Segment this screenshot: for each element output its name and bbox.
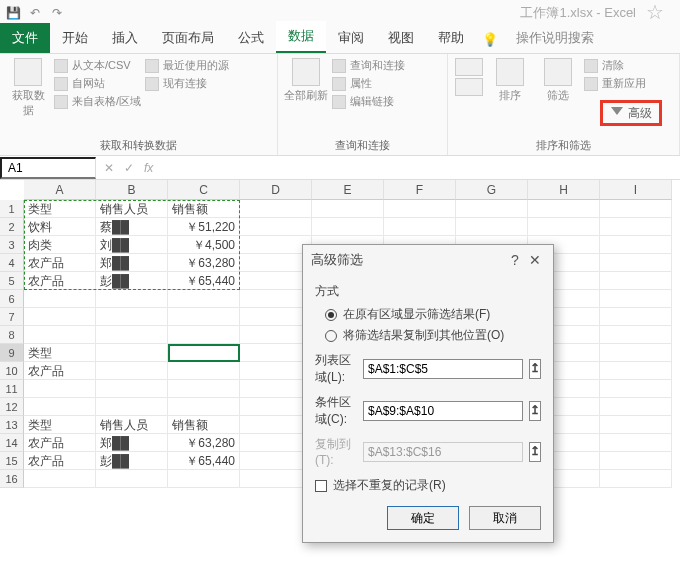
- cell[interactable]: 郑██: [96, 434, 168, 452]
- cell[interactable]: [600, 344, 672, 362]
- cell[interactable]: 农产品: [24, 254, 96, 272]
- tab-help[interactable]: 帮助: [426, 23, 476, 53]
- cell[interactable]: [24, 470, 96, 488]
- cell[interactable]: ￥65,440: [168, 452, 240, 470]
- list-range-input[interactable]: [363, 359, 523, 379]
- cell[interactable]: 销售额: [168, 416, 240, 434]
- refresh-all-button[interactable]: 全部刷新: [284, 58, 328, 103]
- cell[interactable]: [600, 218, 672, 236]
- criteria-range-input[interactable]: [363, 401, 523, 421]
- cell[interactable]: [168, 380, 240, 398]
- existing-conn-button[interactable]: 现有连接: [145, 76, 229, 91]
- range-picker-icon[interactable]: ↥: [529, 359, 541, 379]
- cell[interactable]: [600, 236, 672, 254]
- reapply-button[interactable]: 重新应用: [584, 76, 646, 91]
- cell[interactable]: ￥65,440: [168, 272, 240, 290]
- cell[interactable]: ￥63,280: [168, 434, 240, 452]
- unique-records-checkbox[interactable]: 选择不重复的记录(R): [315, 477, 541, 494]
- cell[interactable]: [96, 380, 168, 398]
- row-header[interactable]: 7: [0, 308, 24, 326]
- tab-view[interactable]: 视图: [376, 23, 426, 53]
- cell[interactable]: 销售人员: [96, 200, 168, 218]
- cell[interactable]: [600, 470, 672, 488]
- cell[interactable]: 饮料: [24, 218, 96, 236]
- cell[interactable]: 农产品: [24, 272, 96, 290]
- cell[interactable]: [600, 272, 672, 290]
- cell[interactable]: [600, 362, 672, 380]
- tab-formula[interactable]: 公式: [226, 23, 276, 53]
- sort-button[interactable]: 排序: [488, 58, 532, 103]
- column-headers[interactable]: ABCDEFGHI: [24, 180, 680, 200]
- tab-layout[interactable]: 页面布局: [150, 23, 226, 53]
- cell[interactable]: [96, 344, 168, 362]
- cell[interactable]: [600, 380, 672, 398]
- cell[interactable]: ￥63,280: [168, 254, 240, 272]
- cell[interactable]: ￥4,500: [168, 236, 240, 254]
- get-data-button[interactable]: 获取数 据: [6, 58, 50, 118]
- tab-data[interactable]: 数据: [276, 21, 326, 53]
- cell[interactable]: [168, 326, 240, 344]
- cell[interactable]: [96, 326, 168, 344]
- cell[interactable]: [24, 398, 96, 416]
- cell[interactable]: 销售人员: [96, 416, 168, 434]
- cell[interactable]: [96, 398, 168, 416]
- cell[interactable]: 类型: [24, 200, 96, 218]
- row-header[interactable]: 9: [0, 344, 24, 362]
- undo-icon[interactable]: ↶: [28, 6, 42, 20]
- row-header[interactable]: 11: [0, 380, 24, 398]
- recent-sources-button[interactable]: 最近使用的源: [145, 58, 229, 73]
- row-header[interactable]: 16: [0, 470, 24, 488]
- ok-button[interactable]: 确定: [387, 506, 459, 530]
- cell[interactable]: [168, 362, 240, 380]
- tab-home[interactable]: 开始: [50, 23, 100, 53]
- cell[interactable]: [384, 218, 456, 236]
- cell[interactable]: [600, 434, 672, 452]
- cell[interactable]: [600, 290, 672, 308]
- cell[interactable]: [168, 398, 240, 416]
- tab-review[interactable]: 审阅: [326, 23, 376, 53]
- row-header[interactable]: 14: [0, 434, 24, 452]
- cell[interactable]: [384, 200, 456, 218]
- cell[interactable]: [600, 398, 672, 416]
- cell[interactable]: [168, 470, 240, 488]
- tell-me-search[interactable]: 操作说明搜索: [504, 23, 606, 53]
- cell[interactable]: [600, 452, 672, 470]
- cell[interactable]: 蔡██: [96, 218, 168, 236]
- row-header[interactable]: 4: [0, 254, 24, 272]
- cell[interactable]: [600, 416, 672, 434]
- cell[interactable]: [456, 200, 528, 218]
- range-picker-icon[interactable]: ↥: [529, 442, 541, 462]
- cell[interactable]: [600, 308, 672, 326]
- cell[interactable]: 肉类: [24, 236, 96, 254]
- row-header[interactable]: 2: [0, 218, 24, 236]
- row-header[interactable]: 12: [0, 398, 24, 416]
- cell[interactable]: [600, 200, 672, 218]
- cell[interactable]: 农产品: [24, 362, 96, 380]
- cell[interactable]: [24, 380, 96, 398]
- edit-links-button[interactable]: 编辑链接: [332, 94, 405, 109]
- save-icon[interactable]: 💾: [6, 6, 20, 20]
- star-icon[interactable]: ☆: [646, 0, 674, 26]
- cell[interactable]: [600, 326, 672, 344]
- row-header[interactable]: 3: [0, 236, 24, 254]
- from-web-button[interactable]: 自网站: [54, 76, 141, 91]
- cell[interactable]: ￥51,220: [168, 218, 240, 236]
- cell[interactable]: [456, 218, 528, 236]
- clear-filter-button[interactable]: 清除: [584, 58, 646, 73]
- cell[interactable]: [600, 254, 672, 272]
- cancel-button[interactable]: 取消: [469, 506, 541, 530]
- cell[interactable]: [24, 308, 96, 326]
- redo-icon[interactable]: ↷: [50, 6, 64, 20]
- cell[interactable]: [168, 308, 240, 326]
- advanced-filter-button[interactable]: 高级: [600, 100, 662, 126]
- sort-asc-button[interactable]: [454, 58, 484, 96]
- cell[interactable]: 彭██: [96, 452, 168, 470]
- tab-file[interactable]: 文件: [0, 23, 50, 53]
- row-header[interactable]: 13: [0, 416, 24, 434]
- from-csv-button[interactable]: 从文本/CSV: [54, 58, 141, 73]
- name-box[interactable]: [0, 157, 96, 179]
- row-header[interactable]: 8: [0, 326, 24, 344]
- cancel-icon[interactable]: ✕: [104, 161, 114, 175]
- cell[interactable]: [96, 362, 168, 380]
- cell[interactable]: [24, 290, 96, 308]
